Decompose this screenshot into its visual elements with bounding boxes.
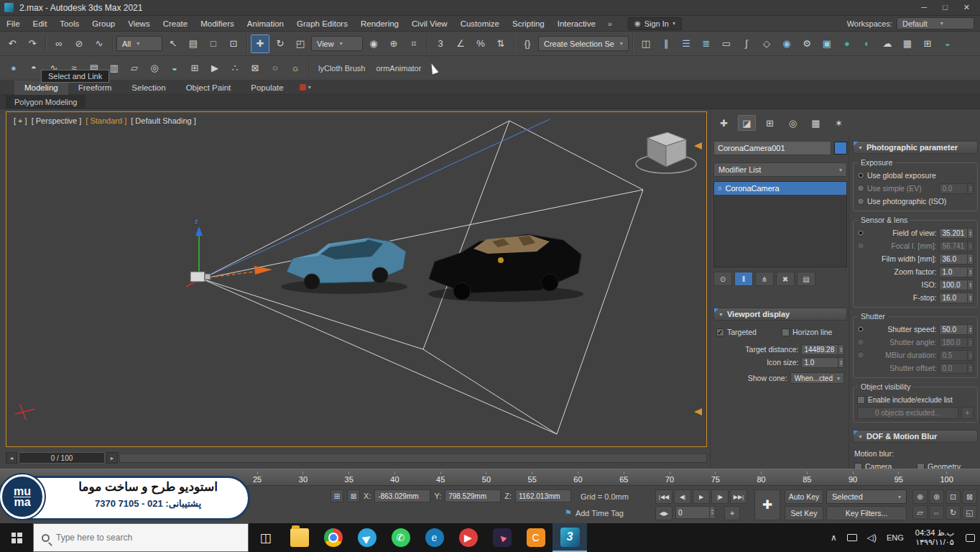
iso-spinner[interactable]: 100.0 [939, 280, 974, 290]
film-width-spinner[interactable]: 36.0 [939, 254, 974, 264]
key-selection-dropdown[interactable]: Selected ▾ [826, 489, 907, 504]
mirror-icon[interactable]: ◫ [637, 34, 655, 53]
angle-snap-icon[interactable]: ∠ [451, 34, 470, 53]
sign-in-button[interactable]: ◉ Sign In ▾ [628, 17, 682, 30]
orbit-icon[interactable]: ↻ [946, 505, 961, 520]
zoom-all-icon[interactable]: ⊛ [929, 489, 944, 504]
menubar-item[interactable]: Tools [53, 16, 85, 32]
close-button[interactable]: ✕ [963, 3, 970, 12]
render-cloud-icon[interactable]: ☁ [878, 34, 897, 53]
ribbon-config-button[interactable]: ▾ [300, 84, 311, 91]
edit-named-selections-icon[interactable]: {} [518, 34, 537, 53]
dof-motion-blur-rollout-header[interactable]: ▼ DOF & Motion Blur [853, 430, 978, 443]
visibility-bulb-icon[interactable]: ○ [718, 185, 721, 192]
scene-explorer-icon[interactable]: ☰ [677, 34, 695, 53]
keyboard-override-icon[interactable]: ⌗ [405, 34, 423, 53]
horizon-line-checkbox[interactable] [782, 328, 790, 336]
display-tab-icon[interactable]: ▦ [807, 115, 825, 131]
whatsapp-icon[interactable]: ✆ [384, 523, 417, 552]
minimize-button[interactable]: ─ [921, 3, 927, 12]
target-distance-spinner[interactable]: 14489.28 [801, 344, 844, 355]
menubar-item[interactable]: Create [157, 16, 195, 32]
go-to-start-button[interactable]: |◀◀ [655, 489, 672, 504]
render-production-icon[interactable]: ● [838, 34, 856, 53]
previous-frame-button[interactable]: ◀| [674, 489, 691, 504]
x-coordinate-field[interactable]: -863.029mm [374, 489, 430, 502]
volume-icon[interactable]: ◁) [862, 523, 882, 552]
modifier-list-dropdown[interactable]: Modifier List ▾ [713, 162, 847, 177]
c-app-icon[interactable]: C [519, 523, 553, 552]
current-frame-spinner[interactable]: 0 [675, 506, 716, 519]
menubar-item[interactable]: Interactive [551, 16, 602, 32]
menubar-item[interactable]: Civil View [405, 16, 454, 32]
add-time-tag[interactable]: ⚑ Add Time Tag [565, 508, 624, 518]
play-box-icon[interactable]: ▶ [205, 59, 224, 78]
render-last-icon[interactable]: ◒ [938, 34, 957, 53]
blue-car[interactable] [281, 238, 407, 294]
menubar-item[interactable]: Edit [27, 16, 54, 32]
bind-to-space-warp-icon[interactable]: ∿ [90, 34, 108, 53]
selection-filter-select[interactable]: All ▾ [116, 36, 162, 51]
tray-chevron-icon[interactable]: ∧ [826, 523, 842, 552]
focal-length-spinner[interactable]: 56.741 [939, 241, 974, 252]
select-and-rotate-icon[interactable]: ↻ [271, 34, 290, 53]
ribbon-tab[interactable]: Object Paint [176, 80, 241, 95]
menubar-item[interactable]: File [0, 16, 27, 32]
polycloth-brush-label[interactable]: lyCloth Brush [314, 64, 369, 73]
select-and-move-icon[interactable]: ✚ [251, 34, 269, 53]
key-mode-toggle[interactable]: ◀▶ [655, 506, 672, 520]
reference-coordinate-select[interactable]: View ▾ [311, 36, 363, 51]
use-photographic-iso-radio[interactable] [857, 198, 864, 205]
modify-tab-icon[interactable]: ◪ [738, 115, 756, 131]
select-and-scale-icon[interactable]: ◰ [291, 34, 310, 53]
rendered-frame-icon[interactable]: ▣ [818, 34, 836, 53]
hierarchy-tab-icon[interactable]: ⊞ [761, 115, 779, 131]
action-center-icon[interactable] [961, 523, 980, 552]
edge-icon[interactable]: e [417, 523, 451, 552]
maximize-button[interactable]: □ [943, 3, 948, 12]
page-icon[interactable]: ▱ [125, 59, 144, 78]
percent-snap-icon[interactable]: % [471, 34, 490, 53]
menubar-item[interactable]: Modifiers [194, 16, 241, 32]
select-and-manipulate-icon[interactable]: ⊕ [384, 34, 403, 53]
start-button[interactable] [0, 523, 33, 552]
select-object-icon[interactable]: ↖ [164, 34, 182, 53]
icon-size-spinner[interactable]: 1.0 [801, 357, 844, 368]
menubar-item[interactable]: Views [121, 16, 156, 32]
undo-icon[interactable]: ↶ [3, 34, 22, 53]
menu-overflow-chevron[interactable]: » [602, 19, 618, 28]
chrome-icon[interactable] [316, 523, 350, 552]
black-car[interactable] [428, 234, 583, 302]
play-button[interactable]: ▶ [693, 489, 710, 504]
material-editor-icon[interactable]: ◉ [777, 34, 796, 53]
create-tab-icon[interactable]: ✚ [715, 115, 733, 131]
zoom-extents-all-icon[interactable]: ⊠ [962, 489, 977, 504]
redo-icon[interactable]: ↷ [23, 34, 42, 53]
selection-lock-icon[interactable]: ⊠ [347, 489, 360, 502]
menubar-item[interactable]: Animation [241, 16, 290, 32]
zoom-extents-icon[interactable]: ⊡ [946, 489, 961, 504]
add-exclude-button[interactable]: + [961, 407, 974, 419]
task-view-icon[interactable]: ◫ [249, 523, 282, 552]
ring-icon[interactable]: ○ [266, 59, 285, 78]
lattice-icon[interactable]: ⊠ [246, 59, 264, 78]
shutter-offset-spinner[interactable]: 0.0 [939, 363, 974, 374]
field-of-view-radio[interactable] [857, 229, 864, 236]
fov-spinner[interactable]: 35.201 [939, 228, 974, 239]
object-color-swatch[interactable] [834, 142, 847, 155]
network-icon[interactable] [842, 523, 862, 552]
ribbon-toggle-icon[interactable]: ▭ [717, 34, 736, 53]
curve-editor-icon[interactable]: ∫ [737, 34, 756, 53]
named-selection-set-select[interactable]: Create Selection Se ▾ [538, 36, 629, 51]
focal-length-radio[interactable] [857, 242, 864, 249]
trackbar-left-arrow[interactable]: ◄ [6, 452, 17, 464]
viewport-menu-pov[interactable]: [ Perspective ] [32, 116, 82, 125]
enable-include-exclude-checkbox[interactable] [857, 396, 865, 404]
pin-stack-icon[interactable]: ⊙ [713, 272, 732, 286]
menubar-item[interactable]: Scripting [506, 16, 551, 32]
ribbon-tab[interactable]: Populate [241, 80, 293, 95]
telegram-icon[interactable]: ▶ [350, 523, 384, 552]
fstop-spinner[interactable]: 16.0 [939, 293, 974, 303]
teapot-icon[interactable]: ◒ [165, 59, 184, 78]
particles-icon[interactable]: ∴ [226, 59, 244, 78]
